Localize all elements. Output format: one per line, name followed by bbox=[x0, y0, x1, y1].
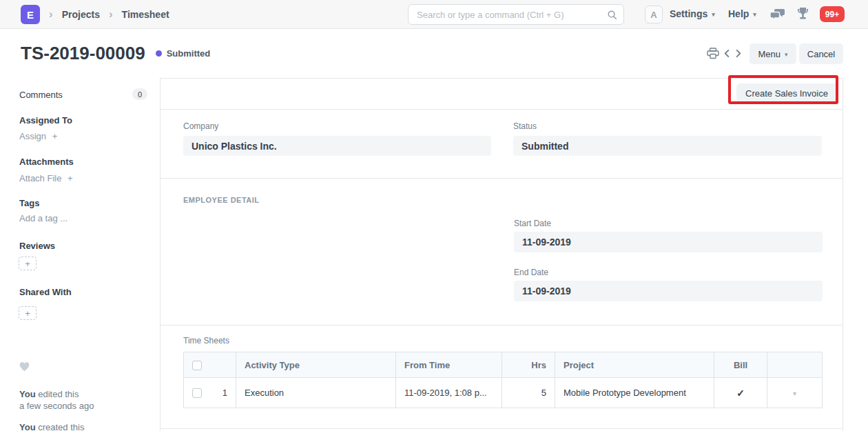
section-divider bbox=[161, 109, 843, 110]
breadcrumb-projects[interactable]: Projects bbox=[62, 9, 100, 20]
activity-action: created this bbox=[38, 422, 84, 431]
activity-edited: You edited this bbox=[19, 389, 79, 399]
help-label: Help bbox=[728, 8, 749, 19]
page-title: TS-2019-00009 bbox=[21, 43, 145, 64]
like-heart-icon[interactable] bbox=[19, 361, 30, 372]
row-index: 1 bbox=[223, 388, 227, 398]
menu-button[interactable]: Menu ▾ bbox=[750, 43, 796, 64]
end-date-label: End Date bbox=[514, 268, 548, 277]
settings-label: Settings bbox=[670, 8, 707, 19]
help-menu[interactable]: Help ▾ bbox=[728, 8, 756, 19]
status-dot-icon bbox=[156, 50, 162, 57]
add-tag-input[interactable]: Add a tag ... bbox=[19, 213, 68, 223]
activity-created: You created this bbox=[19, 422, 84, 431]
check-icon: ✓ bbox=[736, 388, 745, 399]
row-dropdown-icon[interactable]: ▾ bbox=[793, 390, 796, 397]
global-search bbox=[408, 4, 624, 25]
cell-project[interactable]: Mobile Prototype Development bbox=[555, 378, 714, 408]
col-bill: Bill bbox=[714, 352, 767, 378]
plus-icon: + bbox=[25, 308, 30, 319]
chevron-right-icon: › bbox=[109, 8, 113, 20]
sidebar-item-comments[interactable]: Comments bbox=[19, 90, 63, 100]
caret-down-icon: ▾ bbox=[753, 12, 756, 18]
attach-file-label: Attach File bbox=[19, 173, 61, 183]
caret-down-icon: ▾ bbox=[712, 12, 715, 18]
search-icon bbox=[607, 10, 617, 20]
menu-label: Menu bbox=[758, 49, 781, 59]
search-input[interactable] bbox=[408, 4, 624, 25]
print-icon[interactable] bbox=[707, 48, 719, 59]
add-review-button[interactable]: + bbox=[19, 257, 37, 270]
activity-user: You bbox=[19, 422, 36, 431]
attach-file-button[interactable]: Attach File + bbox=[19, 173, 73, 183]
notification-badge[interactable]: 99+ bbox=[820, 6, 845, 22]
breadcrumb: E › Projects › Timesheet bbox=[21, 0, 169, 29]
col-activity-type: Activity Type bbox=[236, 352, 396, 378]
status-label: Status bbox=[513, 121, 537, 131]
assign-button[interactable]: Assign + bbox=[19, 131, 57, 141]
company-label: Company bbox=[183, 121, 218, 131]
assigned-to-heading: Assigned To bbox=[19, 115, 72, 126]
timesheets-grid-label: Time Sheets bbox=[183, 336, 229, 345]
start-date-field: 11-09-2019 bbox=[514, 232, 823, 252]
attachments-heading: Attachments bbox=[19, 157, 74, 167]
assign-label: Assign bbox=[19, 131, 46, 141]
plus-icon: + bbox=[52, 131, 58, 141]
section-divider bbox=[161, 428, 843, 429]
next-doc-button[interactable] bbox=[734, 49, 743, 58]
plus-icon: + bbox=[68, 173, 73, 183]
form-body: Create Sales Invoice Company Unico Plast… bbox=[160, 78, 843, 431]
settings-menu[interactable]: Settings ▾ bbox=[670, 8, 715, 19]
caret-down-icon: ▾ bbox=[785, 52, 788, 58]
chevron-right-icon: › bbox=[49, 8, 53, 20]
avatar[interactable]: A bbox=[645, 6, 663, 23]
company-field: Unico Plastics Inc. bbox=[183, 136, 491, 156]
section-divider bbox=[161, 325, 843, 325]
navbar: E › Projects › Timesheet A Settings ▾ He… bbox=[0, 0, 868, 29]
activity-user: You bbox=[19, 389, 36, 399]
plus-icon: + bbox=[25, 259, 30, 269]
cell-hrs[interactable]: 5 bbox=[502, 378, 555, 408]
section-divider bbox=[161, 178, 843, 179]
start-date-label: Start Date bbox=[514, 219, 551, 228]
chat-icon[interactable] bbox=[770, 9, 785, 21]
cell-from-time[interactable]: 11-09-2019, 1:08 p... bbox=[396, 378, 502, 408]
col-from-time: From Time bbox=[396, 352, 502, 378]
create-sales-invoice-button[interactable]: Create Sales Invoice bbox=[736, 83, 837, 103]
status-field: Submitted bbox=[513, 136, 822, 156]
activity-edited-time: a few seconds ago bbox=[19, 401, 94, 411]
cancel-button[interactable]: Cancel bbox=[799, 43, 843, 64]
col-project: Project bbox=[555, 352, 714, 378]
grid-header-row: Activity Type From Time Hrs Project Bill bbox=[184, 352, 823, 378]
row-checkbox[interactable] bbox=[192, 388, 202, 398]
cell-activity-type[interactable]: Execution bbox=[236, 378, 396, 408]
table-row: 1 Execution 11-09-2019, 1:08 p... 5 Mobi… bbox=[184, 378, 823, 408]
comments-count-badge: 0 bbox=[132, 88, 147, 100]
app-logo[interactable]: E bbox=[21, 5, 40, 24]
activity-action: edited this bbox=[38, 389, 79, 399]
reviews-heading: Reviews bbox=[19, 241, 55, 251]
col-hrs: Hrs bbox=[502, 352, 555, 378]
tags-heading: Tags bbox=[19, 198, 39, 208]
col-row-menu bbox=[767, 352, 823, 378]
prev-doc-button[interactable] bbox=[723, 49, 732, 58]
add-share-button[interactable]: + bbox=[19, 306, 37, 320]
end-date-field: 11-09-2019 bbox=[514, 281, 823, 301]
shared-with-heading: Shared With bbox=[19, 287, 72, 297]
status-indicator: Submitted bbox=[167, 48, 211, 59]
select-all-checkbox[interactable] bbox=[192, 361, 202, 370]
form-sidebar: Comments 0 Assigned To Assign + Attachme… bbox=[0, 78, 160, 431]
trophy-icon[interactable] bbox=[797, 8, 809, 21]
employee-detail-section-label: EMPLOYEE DETAIL bbox=[183, 196, 260, 204]
breadcrumb-timesheet[interactable]: Timesheet bbox=[122, 9, 169, 20]
timesheets-grid: Activity Type From Time Hrs Project Bill… bbox=[183, 352, 823, 408]
